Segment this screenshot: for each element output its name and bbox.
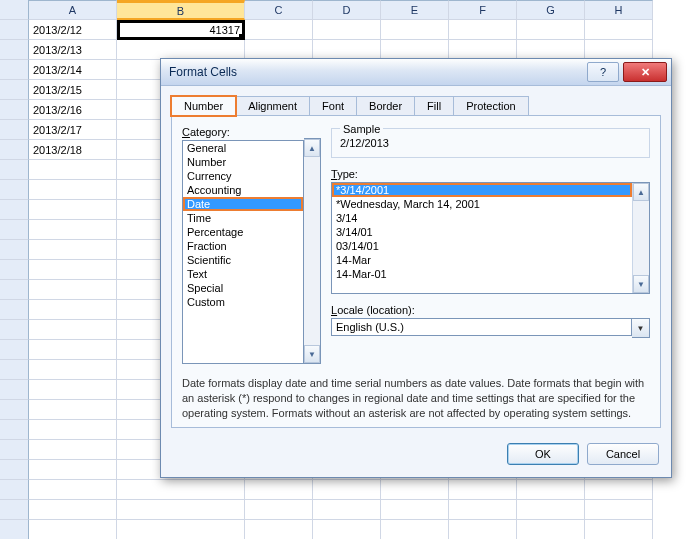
cell-B2[interactable] <box>117 40 245 60</box>
type-item[interactable]: 14-Mar-01 <box>332 267 632 281</box>
row-header[interactable] <box>0 260 29 280</box>
cell-G1[interactable] <box>517 20 585 40</box>
ok-button[interactable]: OK <box>507 443 579 465</box>
cell-A9[interactable] <box>29 180 117 200</box>
row-header[interactable] <box>0 320 29 340</box>
row-header[interactable] <box>0 140 29 160</box>
row-header[interactable] <box>0 120 29 140</box>
locale-select[interactable]: English (U.S.) <box>331 318 632 336</box>
row-header[interactable] <box>0 360 29 380</box>
tab-border[interactable]: Border <box>356 96 415 116</box>
cell-A20[interactable] <box>29 400 117 420</box>
row-header[interactable] <box>0 440 29 460</box>
cell-B25[interactable] <box>117 500 245 520</box>
row-header[interactable] <box>0 300 29 320</box>
row-header[interactable] <box>0 180 29 200</box>
row-header[interactable] <box>0 40 29 60</box>
cell-A12[interactable] <box>29 240 117 260</box>
row-header[interactable] <box>0 20 29 40</box>
type-item[interactable]: 03/14/01 <box>332 239 632 253</box>
cell-E25[interactable] <box>381 500 449 520</box>
cell-E24[interactable] <box>381 480 449 500</box>
category-item[interactable]: Time <box>183 211 303 225</box>
cell-C26[interactable] <box>245 520 313 539</box>
row-header[interactable] <box>0 400 29 420</box>
cancel-button[interactable]: Cancel <box>587 443 659 465</box>
cell-F2[interactable] <box>449 40 517 60</box>
cell-B24[interactable] <box>117 480 245 500</box>
cell-A24[interactable] <box>29 480 117 500</box>
category-item[interactable]: Text <box>183 267 303 281</box>
cell-F25[interactable] <box>449 500 517 520</box>
tab-font[interactable]: Font <box>309 96 357 116</box>
cell-A7[interactable]: 2013/2/18 <box>29 140 117 160</box>
tab-number[interactable]: Number <box>171 96 236 116</box>
row-header[interactable] <box>0 520 29 539</box>
cell-H25[interactable] <box>585 500 653 520</box>
cell-B1[interactable]: 41317 <box>117 20 245 40</box>
row-header[interactable] <box>0 220 29 240</box>
row-header[interactable] <box>0 500 29 520</box>
cell-A25[interactable] <box>29 500 117 520</box>
dropdown-button[interactable]: ▼ <box>632 318 650 338</box>
row-header[interactable] <box>0 460 29 480</box>
column-header-E[interactable]: E <box>381 0 449 20</box>
cell-F1[interactable] <box>449 20 517 40</box>
column-header-C[interactable]: C <box>245 0 313 20</box>
cell-A23[interactable] <box>29 460 117 480</box>
cell-A2[interactable]: 2013/2/13 <box>29 40 117 60</box>
type-item[interactable]: 3/14 <box>332 211 632 225</box>
category-item[interactable]: Accounting <box>183 183 303 197</box>
cell-A18[interactable] <box>29 360 117 380</box>
category-item[interactable]: Currency <box>183 169 303 183</box>
cell-C25[interactable] <box>245 500 313 520</box>
column-header-D[interactable]: D <box>313 0 381 20</box>
cell-D25[interactable] <box>313 500 381 520</box>
category-item[interactable]: Number <box>183 155 303 169</box>
tab-protection[interactable]: Protection <box>453 96 529 116</box>
tab-alignment[interactable]: Alignment <box>235 96 310 116</box>
cell-A4[interactable]: 2013/2/15 <box>29 80 117 100</box>
cell-F26[interactable] <box>449 520 517 539</box>
cell-A6[interactable]: 2013/2/17 <box>29 120 117 140</box>
cell-D2[interactable] <box>313 40 381 60</box>
row-header[interactable] <box>0 280 29 300</box>
row-header[interactable] <box>0 200 29 220</box>
cell-A5[interactable]: 2013/2/16 <box>29 100 117 120</box>
category-item[interactable]: Date <box>183 197 303 211</box>
cell-H26[interactable] <box>585 520 653 539</box>
help-button[interactable]: ? <box>587 62 619 82</box>
column-header-A[interactable]: A <box>29 0 117 20</box>
category-scrollbar[interactable]: ▲ ▼ <box>304 138 321 364</box>
row-header[interactable] <box>0 480 29 500</box>
cell-E26[interactable] <box>381 520 449 539</box>
row-header[interactable] <box>0 380 29 400</box>
cell-A21[interactable] <box>29 420 117 440</box>
row-header[interactable] <box>0 240 29 260</box>
dialog-titlebar[interactable]: Format Cells ? ✕ <box>161 59 671 86</box>
cell-A11[interactable] <box>29 220 117 240</box>
category-listbox[interactable]: GeneralNumberCurrencyAccountingDateTimeP… <box>182 140 304 364</box>
tab-fill[interactable]: Fill <box>414 96 454 116</box>
category-item[interactable]: Scientific <box>183 253 303 267</box>
row-header[interactable] <box>0 60 29 80</box>
scroll-down-icon[interactable]: ▼ <box>304 345 320 363</box>
type-item[interactable]: *Wednesday, March 14, 2001 <box>332 197 632 211</box>
category-item[interactable]: Fraction <box>183 239 303 253</box>
type-item[interactable]: 14-Mar <box>332 253 632 267</box>
cell-G26[interactable] <box>517 520 585 539</box>
type-listbox[interactable]: *3/14/2001*Wednesday, March 14, 20013/14… <box>331 182 650 294</box>
cell-F24[interactable] <box>449 480 517 500</box>
cell-A22[interactable] <box>29 440 117 460</box>
cell-E2[interactable] <box>381 40 449 60</box>
cell-G2[interactable] <box>517 40 585 60</box>
cell-A1[interactable]: 2013/2/12 <box>29 20 117 40</box>
cell-G25[interactable] <box>517 500 585 520</box>
column-header-H[interactable]: H <box>585 0 653 20</box>
cell-A13[interactable] <box>29 260 117 280</box>
row-header[interactable] <box>0 340 29 360</box>
row-header[interactable] <box>0 80 29 100</box>
cell-A3[interactable]: 2013/2/14 <box>29 60 117 80</box>
type-item[interactable]: *3/14/2001 <box>332 183 632 197</box>
scroll-down-icon[interactable]: ▼ <box>633 275 649 293</box>
